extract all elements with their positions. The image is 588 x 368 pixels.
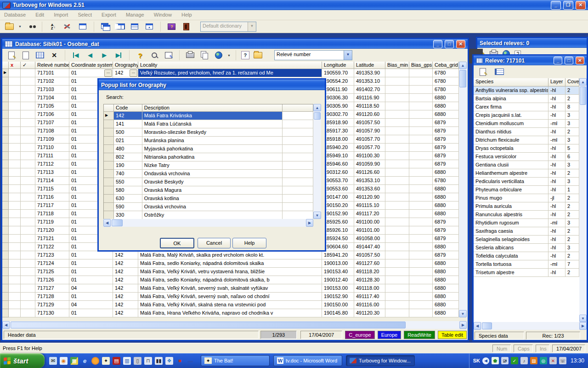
scroll-right-icon[interactable]: ▶ — [459, 321, 467, 329]
first-record-icon[interactable]: ◀ — [70, 50, 81, 60]
globe-dropdown-icon[interactable]: ▼ — [227, 54, 231, 57]
menu-export[interactable]: Export — [97, 10, 120, 19]
popup-titlebar[interactable]: Popup list for Orography — [99, 80, 325, 90]
list-item[interactable]: 500Moravsko-sliezske Beskydy — [104, 128, 313, 137]
menu-import[interactable]: Import — [50, 10, 72, 19]
update-shield-icon[interactable]: ⬟ — [492, 357, 499, 364]
releve-close-button[interactable]: ✕ — [576, 57, 584, 64]
column-header[interactable]: Species — [474, 78, 548, 86]
media-player-icon[interactable]: ◉ — [60, 357, 68, 365]
close-button[interactable]: ✕ — [576, 1, 586, 10]
menu-database[interactable]: Database — [0, 10, 30, 19]
exit-icon[interactable] — [181, 22, 192, 32]
releve-titlebar[interactable]: Releve: 717101 _ □ ✕ — [474, 56, 587, 65]
task-word[interactable]: W tv.doc - Microsoft Word — [273, 355, 342, 366]
task-turboveg[interactable]: Turboveg for Window... — [346, 355, 415, 366]
barcode-icon[interactable]: ▮▮ — [155, 357, 163, 365]
task-thebat[interactable]: ✦ The Bat! — [201, 355, 270, 366]
table-row[interactable]: Ranunculus alpestris-hl2 — [474, 211, 579, 219]
table-row[interactable]: Dianthus nitidus-hl2 — [474, 128, 579, 136]
firefox-icon[interactable] — [91, 357, 99, 365]
customize-icon[interactable] — [62, 22, 74, 32]
table-row[interactable]: Ditrichum flexicaule-ml3 — [474, 136, 579, 144]
chevron-down-icon[interactable]: ▼ — [248, 22, 256, 31]
column-header[interactable]: Longitude — [322, 62, 354, 69]
column-header[interactable]: ✓ — [21, 62, 35, 69]
db-hscroll-thumb[interactable] — [11, 322, 406, 328]
scroll-left-icon[interactable]: ◀ — [2, 321, 10, 329]
scroll-left-icon[interactable]: ◀ — [103, 219, 111, 227]
selected-releves-titlebar[interactable]: Selected releves: 0 — [477, 38, 587, 48]
export-globe-icon[interactable] — [213, 50, 224, 60]
table-row[interactable]: Trisetum alpestre-hl2 — [474, 269, 579, 277]
blue-book-icon[interactable]: ▬ — [187, 357, 194, 365]
table-view-icon[interactable] — [34, 50, 45, 60]
list-item[interactable]: 190Nízke Tatry — [104, 161, 313, 170]
chevron-down-icon[interactable]: ▼ — [344, 51, 352, 60]
table-row[interactable]: 71712801142Malá Fatra, Veľký Kriváň, sev… — [2, 293, 459, 301]
column-header[interactable]: Coordinate system — [69, 62, 113, 69]
list-item[interactable]: 141Malá Fatra Lúčanská — [104, 120, 313, 128]
column-header[interactable]: Locality — [138, 62, 322, 69]
column-header[interactable]: Cover — [565, 78, 579, 86]
table-row[interactable]: Dryas octopetala-hl5 — [474, 144, 579, 153]
db-vscrollbar[interactable]: ▲ ▼ — [459, 62, 467, 317]
previous-record-icon[interactable]: ◀ — [85, 50, 96, 60]
red-book-icon[interactable]: ■ — [176, 357, 184, 365]
list-item[interactable]: 802Nitrianska pahorkatina — [104, 153, 313, 161]
menu-manage[interactable]: Manage — [122, 10, 148, 19]
popup-hscrollbar[interactable]: ◀ ▶ — [103, 219, 313, 227]
releve-maximize-button[interactable]: □ — [565, 57, 573, 64]
network-keys-icon[interactable]: ❖ — [165, 357, 173, 365]
table-row[interactable]: 71712601142Malá Fatra, sedlo Koniarky, n… — [2, 276, 459, 284]
table-row[interactable]: Carex firma-hl8 — [474, 103, 579, 111]
tray-chevron-icon[interactable]: ◀ — [482, 357, 489, 364]
list-item[interactable]: 580Oravská Magura — [104, 186, 313, 195]
delete-record-icon[interactable]: ✕ — [49, 50, 60, 60]
scroll-right-icon[interactable]: ▶ — [579, 322, 587, 330]
database-titlebar[interactable]: Database: Sibik01 - Osobne_dat _ □ ✕ — [2, 39, 468, 49]
popup-vscrollbar[interactable]: ▲ ▼ — [313, 104, 321, 219]
cascade-windows-icon[interactable] — [100, 22, 111, 32]
db-hscrollbar[interactable]: ◀ ▶ — [2, 321, 467, 329]
db-maximize-button[interactable]: □ — [445, 40, 454, 48]
column-header[interactable]: Bias_gps — [409, 62, 433, 69]
copy-icon[interactable] — [199, 50, 210, 60]
table-row[interactable]: 71712301142Malá Fatra, Malý Kriváň, skal… — [2, 251, 459, 259]
table-row[interactable]: 71712904142Malá Fatra, Veľký Kriváň, ska… — [2, 301, 459, 309]
minimize-button[interactable]: _ — [551, 1, 561, 10]
list-item[interactable]: 630Oravská kotlina — [104, 195, 313, 203]
list-item[interactable]: 480Myjavská pahorkatina — [104, 145, 313, 153]
scroll-down-icon[interactable]: ▼ — [459, 310, 467, 317]
menu-window[interactable]: Window — [150, 10, 176, 19]
antivirus-icon[interactable]: ✓ — [511, 357, 518, 364]
table-row[interactable]: Phyteuma orbiculare-hl1 — [474, 186, 579, 194]
table-row[interactable]: Crepis jacquinii s.lat.-hl3 — [474, 111, 579, 120]
tile-vertical-icon[interactable] — [114, 22, 125, 32]
menu-help[interactable]: Help — [177, 10, 196, 19]
image-viewer-icon[interactable]: ▦ — [70, 357, 78, 365]
catalog-icon[interactable]: ▥ — [123, 357, 131, 365]
last-record-icon[interactable]: ▶ — [113, 50, 124, 60]
species-vscroll-thumb[interactable] — [580, 86, 586, 105]
disconnected-icon[interactable]: ✕ — [549, 357, 557, 364]
arrange-icons-icon[interactable]: ▲ — [144, 22, 155, 32]
table-row[interactable]: Primula auricula-hl2 — [474, 202, 579, 211]
scroll-down-icon[interactable]: ▼ — [579, 315, 587, 322]
clock[interactable]: 13:30 — [571, 357, 584, 364]
column-header[interactable]: Latitude — [354, 62, 385, 69]
network-icon[interactable]: 🖳 — [501, 357, 509, 364]
thebat-icon[interactable]: ✦ — [102, 357, 110, 365]
table-row[interactable]: Festuca versicolor-hl6 — [474, 153, 579, 161]
table-row[interactable]: Ctenidium molluscum-ml3 — [474, 120, 579, 128]
scroll-up-icon[interactable]: ▲ — [579, 78, 587, 86]
releve-minimize-button[interactable]: _ — [554, 57, 562, 64]
restore-button[interactable]: ❐ — [563, 1, 573, 10]
table-row[interactable]: Pedicularis verticillata-hl3 — [474, 178, 579, 186]
properties-icon[interactable] — [77, 22, 88, 32]
open-database-icon[interactable] — [4, 22, 15, 32]
popup-vscroll-thumb[interactable] — [314, 112, 321, 120]
column-header[interactable]: Orography — [113, 62, 138, 69]
next-record-icon[interactable]: ▶ — [99, 50, 110, 60]
print-icon[interactable] — [185, 50, 196, 60]
